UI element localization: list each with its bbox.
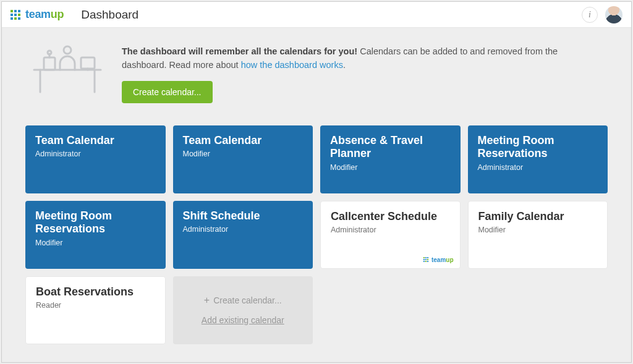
svg-rect-26 (427, 261, 428, 262)
calendar-card-role: Administrator (331, 226, 450, 234)
topbar: teamup Dashboard i (2, 2, 631, 28)
calendar-card-role: Modifier (478, 226, 598, 234)
create-card: +Create calendar...Add existing calendar (173, 276, 313, 344)
logo[interactable]: teamup (11, 8, 64, 21)
desk-illustration-icon (30, 45, 104, 97)
calendar-card-role: Modifier (35, 239, 156, 247)
calendar-card-title: Team Calendar (35, 134, 156, 148)
svg-rect-4 (14, 14, 17, 16)
create-calendar-button[interactable]: Create calendar... (122, 81, 213, 103)
svg-rect-3 (11, 14, 13, 16)
svg-rect-2 (18, 10, 20, 12)
calendar-card-title: Meeting Room Reservations (478, 134, 598, 161)
calendar-card[interactable]: Shift ScheduleAdministrator (173, 201, 313, 269)
svg-rect-21 (423, 259, 425, 260)
svg-rect-8 (18, 17, 20, 20)
plus-icon: + (204, 295, 210, 305)
logo-mark-icon (11, 10, 23, 20)
info-icon: i (588, 10, 591, 20)
intro-bold: The dashboard will remember all the cale… (122, 46, 357, 56)
calendar-card[interactable]: Team CalendarAdministrator (25, 125, 166, 193)
calendar-card-title: Absence & Travel Planner (330, 134, 451, 161)
calendar-card[interactable]: Callcenter ScheduleAdministratorteamup (320, 201, 461, 269)
calendar-card[interactable]: Meeting Room ReservationsModifier (25, 201, 166, 269)
svg-rect-18 (423, 257, 425, 258)
svg-point-12 (64, 46, 71, 54)
calendar-card-title: Shift Schedule (183, 210, 304, 223)
create-calendar-tile-button[interactable]: +Create calendar... (204, 295, 282, 305)
how-dashboard-works-link[interactable]: how the dashboard works (241, 60, 343, 70)
svg-rect-13 (44, 57, 55, 70)
calendar-card-role: Administrator (35, 150, 156, 158)
svg-rect-5 (18, 14, 20, 16)
calendar-card-role: Modifier (330, 163, 451, 172)
svg-rect-19 (425, 257, 427, 258)
svg-rect-25 (425, 261, 427, 262)
calendar-card-title: Boat Reservations (36, 286, 155, 299)
calendar-card[interactable]: Boat ReservationsReader (25, 276, 166, 344)
page-title: Dashboard (81, 8, 138, 22)
calendar-card-role: Administrator (478, 163, 598, 172)
calendar-card-title: Meeting Room Reservations (35, 210, 156, 236)
svg-rect-22 (425, 259, 427, 260)
avatar[interactable] (605, 6, 622, 23)
svg-rect-24 (423, 261, 425, 262)
svg-rect-1 (14, 10, 17, 12)
calendar-card[interactable]: Meeting Room ReservationsAdministrator (468, 125, 608, 193)
info-button[interactable]: i (582, 7, 598, 23)
svg-point-15 (48, 51, 51, 54)
calendar-card-title: Callcenter Schedule (331, 210, 450, 224)
calendar-card-title: Team Calendar (183, 134, 304, 148)
calendar-card[interactable]: Team CalendarModifier (173, 125, 313, 193)
calendar-card-title: Family Calendar (478, 210, 598, 224)
add-existing-calendar-link[interactable]: Add existing calendar (202, 315, 284, 325)
calendar-card[interactable]: Family CalendarModifier (468, 201, 608, 269)
svg-rect-20 (427, 257, 428, 258)
calendar-card-role: Modifier (183, 150, 304, 158)
logo-text: teamup (25, 8, 64, 21)
svg-rect-6 (11, 17, 13, 20)
calendar-card[interactable]: Absence & Travel PlannerModifier (320, 125, 461, 193)
calendar-card-role: Administrator (183, 225, 304, 234)
svg-rect-16 (81, 57, 95, 69)
create-calendar-tile-label: Create calendar... (213, 295, 282, 305)
intro-text: The dashboard will remember all the cale… (122, 45, 592, 72)
svg-rect-7 (14, 17, 17, 20)
teamup-badge-icon: teamup (423, 256, 454, 263)
calendar-card-role: Reader (36, 301, 155, 310)
svg-rect-23 (427, 259, 428, 260)
svg-rect-0 (11, 10, 13, 12)
